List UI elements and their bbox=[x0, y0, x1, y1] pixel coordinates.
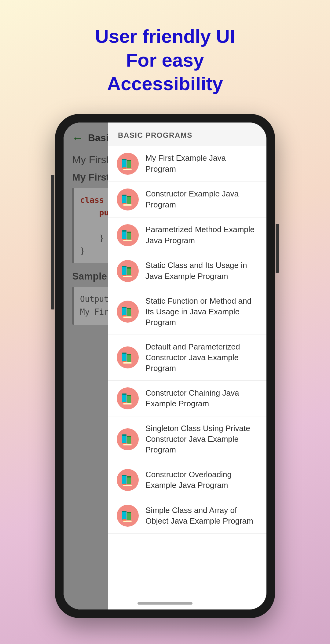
svg-rect-5 bbox=[123, 167, 126, 169]
svg-rect-9 bbox=[127, 196, 131, 197]
item-icon-5 bbox=[117, 301, 139, 323]
list-item-label-4: Static Class and Its Usage in Java Examp… bbox=[145, 260, 258, 281]
svg-rect-29 bbox=[123, 315, 126, 317]
headline-line3: Accessibility bbox=[107, 73, 223, 94]
drawer-header: BASIC PROGRAMS bbox=[108, 123, 266, 146]
svg-rect-52 bbox=[123, 485, 132, 486]
list-item-label-1: My First Example Java Program bbox=[145, 153, 258, 174]
svg-rect-24 bbox=[122, 307, 127, 316]
svg-rect-27 bbox=[127, 308, 131, 309]
list-item[interactable]: Static Function or Method and Its Usage … bbox=[108, 289, 266, 335]
headline-line1: User friendly UI bbox=[95, 26, 235, 47]
svg-rect-16 bbox=[123, 240, 132, 241]
item-icon-2 bbox=[117, 188, 139, 210]
item-icon-1 bbox=[117, 153, 139, 175]
headline-section: User friendly UI For easy Accessibility bbox=[95, 24, 235, 96]
svg-rect-28 bbox=[123, 317, 132, 318]
list-item-label-9: Constructor Overloading Example Java Pro… bbox=[145, 469, 258, 491]
svg-rect-6 bbox=[122, 195, 127, 204]
item-icon-3 bbox=[117, 224, 139, 246]
svg-rect-34 bbox=[123, 362, 132, 364]
svg-rect-1 bbox=[122, 159, 127, 160]
svg-rect-11 bbox=[123, 203, 126, 204]
svg-rect-35 bbox=[123, 361, 126, 362]
svg-rect-10 bbox=[123, 204, 132, 206]
drawer-header-title: BASIC PROGRAMS bbox=[118, 131, 193, 139]
svg-rect-54 bbox=[122, 511, 127, 520]
svg-rect-37 bbox=[122, 393, 127, 395]
list-item-label-3: Parametrized Method Example Java Program bbox=[145, 224, 258, 246]
item-icon-10 bbox=[117, 505, 139, 527]
navigation-drawer: BASIC PROGRAMS My bbox=[108, 123, 266, 609]
headline-line2: For easy bbox=[126, 49, 204, 71]
svg-rect-22 bbox=[123, 276, 132, 277]
item-icon-6 bbox=[117, 346, 139, 368]
list-item-label-10: Simple Class and Array of Object Java Ex… bbox=[145, 505, 258, 526]
list-item[interactable]: Simple Class and Array of Object Java Ex… bbox=[108, 498, 266, 534]
svg-rect-59 bbox=[123, 519, 126, 521]
item-icon-7 bbox=[117, 387, 139, 409]
svg-rect-30 bbox=[122, 353, 127, 362]
svg-rect-58 bbox=[123, 521, 132, 522]
svg-rect-33 bbox=[127, 354, 131, 355]
list-item[interactable]: My First Example Java Program bbox=[108, 146, 266, 182]
list-item[interactable]: Constructor Overloading Example Java Pro… bbox=[108, 462, 266, 498]
list-item-label-7: Constructor Chaining Java Example Progra… bbox=[145, 388, 258, 409]
phone-screen: ← Basic Prog... My First Examp... My Fir… bbox=[64, 123, 266, 609]
list-item-label-6: Default and Parameterized Constructor Ja… bbox=[145, 342, 258, 374]
svg-rect-21 bbox=[127, 267, 131, 269]
svg-rect-36 bbox=[122, 393, 127, 403]
svg-rect-0 bbox=[122, 159, 127, 168]
svg-rect-43 bbox=[122, 434, 127, 436]
svg-rect-41 bbox=[123, 402, 126, 403]
list-item[interactable]: Static Class and Its Usage in Java Examp… bbox=[108, 253, 266, 289]
svg-rect-31 bbox=[122, 353, 127, 354]
list-item[interactable]: Parametrized Method Example Java Program bbox=[108, 218, 266, 253]
svg-rect-7 bbox=[122, 195, 127, 196]
list-item[interactable]: Constructor Chaining Java Example Progra… bbox=[108, 381, 266, 416]
item-icon-8 bbox=[117, 428, 139, 450]
svg-rect-15 bbox=[127, 232, 131, 233]
svg-rect-3 bbox=[127, 160, 131, 161]
svg-rect-23 bbox=[123, 275, 126, 276]
svg-rect-4 bbox=[123, 169, 132, 170]
svg-rect-13 bbox=[122, 230, 127, 232]
svg-rect-49 bbox=[122, 475, 127, 476]
list-item[interactable]: Default and Parameterized Constructor Ja… bbox=[108, 335, 266, 381]
list-item-label-2: Constructor Example Java Program bbox=[145, 188, 258, 210]
home-indicator bbox=[138, 602, 193, 605]
list-item[interactable]: Constructor Example Java Program bbox=[108, 182, 266, 218]
svg-rect-12 bbox=[122, 230, 127, 240]
svg-rect-39 bbox=[127, 395, 131, 396]
svg-rect-25 bbox=[122, 307, 127, 308]
item-icon-9 bbox=[117, 469, 139, 491]
headline-text: User friendly UI For easy Accessibility bbox=[95, 24, 235, 96]
svg-rect-48 bbox=[122, 475, 127, 484]
svg-rect-45 bbox=[127, 436, 131, 437]
phone-device: ← Basic Prog... My First Examp... My Fir… bbox=[55, 114, 275, 618]
svg-rect-19 bbox=[122, 266, 127, 267]
list-item[interactable]: Singleton Class Using Private Constructo… bbox=[108, 416, 266, 462]
list-item-label-8: Singleton Class Using Private Constructo… bbox=[145, 423, 258, 455]
svg-rect-57 bbox=[127, 512, 131, 513]
svg-rect-17 bbox=[123, 239, 126, 240]
svg-rect-47 bbox=[123, 443, 126, 444]
svg-rect-42 bbox=[122, 434, 127, 444]
svg-rect-18 bbox=[122, 266, 127, 275]
svg-rect-51 bbox=[127, 476, 131, 478]
svg-rect-55 bbox=[122, 511, 127, 512]
svg-rect-53 bbox=[123, 484, 126, 485]
svg-rect-46 bbox=[123, 444, 132, 445]
drawer-list: My First Example Java Program bbox=[108, 146, 266, 609]
svg-rect-40 bbox=[123, 403, 132, 404]
list-item-label-5: Static Function or Method and Its Usage … bbox=[145, 296, 258, 328]
item-icon-4 bbox=[117, 260, 139, 282]
